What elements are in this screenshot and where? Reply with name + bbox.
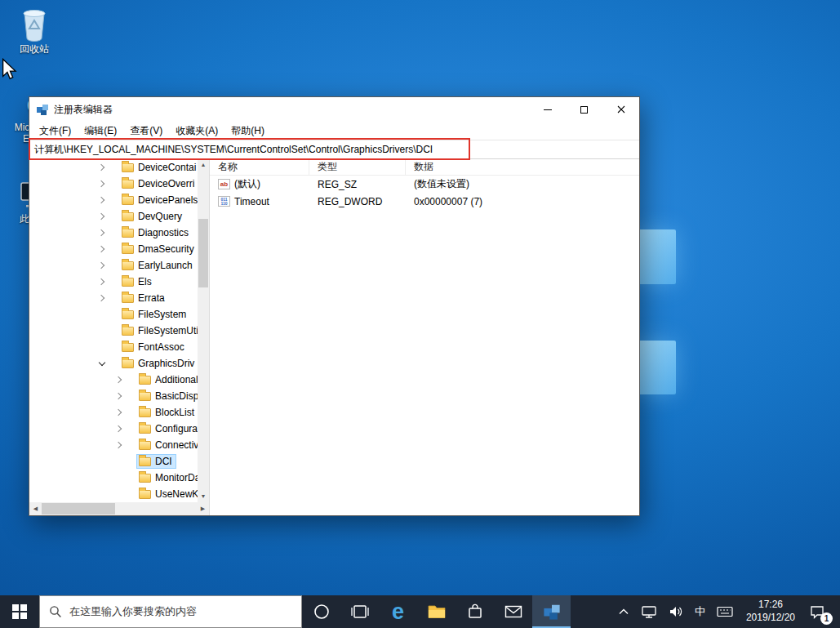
folder-icon	[122, 261, 134, 270]
chevron-right-icon[interactable]	[98, 294, 106, 302]
tree-item-connectivi[interactable]: Connectivi	[29, 437, 198, 453]
tree-item-errata[interactable]: Errata	[29, 290, 198, 306]
taskbar-clock[interactable]: 17:26 2019/12/20	[739, 595, 802, 628]
folder-icon	[139, 441, 151, 450]
tray-volume-button[interactable]	[663, 595, 689, 628]
tray-network-button[interactable]	[635, 595, 663, 628]
taskbar-file-explorer-button[interactable]	[417, 595, 456, 628]
recycle-bin-icon	[16, 7, 52, 42]
tray-ime-button[interactable]: 中	[689, 595, 711, 628]
tree-item-label: FileSystemUti	[138, 325, 198, 336]
mouse-cursor	[1, 58, 17, 84]
action-center-button[interactable]: 1	[802, 595, 837, 628]
tree-item-usenewke[interactable]: UseNewKe	[29, 486, 198, 502]
tree-item-devquery[interactable]: DevQuery	[29, 208, 198, 225]
minimize-button[interactable]	[529, 97, 566, 122]
taskbar-search-box[interactable]: 在这里输入你要搜索的内容	[39, 595, 302, 628]
taskbar-task-view-button[interactable]	[340, 595, 379, 628]
tree-item-diagnostics[interactable]: Diagnostics	[29, 225, 198, 241]
desktop-icon-label: 回收站	[7, 44, 62, 56]
menu-view[interactable]: 查看(V)	[123, 122, 169, 140]
tree-item-deviceoverri[interactable]: DeviceOverri	[29, 176, 198, 192]
tree-item-devicecontai[interactable]: DeviceContai	[29, 159, 198, 176]
scroll-left-icon[interactable]: ◀	[29, 506, 42, 512]
tree-item-els[interactable]: Els	[29, 274, 198, 290]
chevron-right-icon[interactable]	[98, 278, 106, 286]
folder-icon	[122, 229, 134, 238]
column-header-type[interactable]: 类型	[309, 159, 406, 175]
folder-icon	[122, 212, 134, 221]
chevron-right-icon[interactable]	[98, 245, 106, 253]
scrollbar-thumb[interactable]	[42, 503, 115, 514]
tree-item-dmasecurity[interactable]: DmaSecurity	[29, 241, 198, 257]
folder-icon	[139, 474, 151, 483]
close-button[interactable]	[602, 97, 639, 122]
tree-item-additional[interactable]: Additional	[29, 372, 198, 388]
tree-item-devicepanels[interactable]: DevicePanels	[29, 192, 198, 208]
value-list-pane: 名称 类型 数据 (默认)REG_SZ(数值未设置)TimeoutREG_DWO…	[210, 159, 639, 515]
tray-touch-keyboard-button[interactable]	[711, 595, 739, 628]
window-title: 注册表编辑器	[54, 103, 113, 117]
taskbar-mail-button[interactable]	[494, 595, 532, 628]
file-explorer-icon	[427, 604, 447, 620]
scrollbar-thumb[interactable]	[198, 219, 208, 287]
tree-item-filesystemuti[interactable]: FileSystemUti	[29, 323, 198, 339]
value-row-(默认)[interactable]: (默认)REG_SZ(数值未设置)	[210, 176, 639, 193]
start-button[interactable]	[0, 595, 39, 628]
search-icon	[49, 605, 62, 618]
tree-vertical-scrollbar[interactable]: ▲ ▼	[198, 159, 209, 502]
menu-favorites[interactable]: 收藏夹(A)	[169, 122, 224, 140]
tree-item-label: Connectivi	[155, 439, 198, 451]
taskbar-store-button[interactable]	[456, 595, 494, 628]
tree-item-dci[interactable]: DCI	[29, 453, 198, 470]
tree-item-configurat[interactable]: Configurat	[29, 421, 198, 437]
tray-expand-button[interactable]	[612, 595, 635, 628]
desktop-icon-recycle-bin[interactable]: 回收站	[7, 7, 62, 56]
menu-file[interactable]: 文件(F)	[33, 122, 78, 140]
close-icon	[617, 105, 625, 114]
chevron-spacer	[115, 457, 123, 465]
chevron-right-icon[interactable]	[115, 408, 123, 416]
taskbar-edge-button[interactable]: e	[379, 595, 417, 628]
value-name: Timeout	[234, 196, 269, 207]
chevron-right-icon[interactable]	[98, 196, 106, 204]
chevron-right-icon[interactable]	[98, 180, 106, 188]
chevron-right-icon[interactable]	[98, 212, 106, 220]
menu-help[interactable]: 帮助(H)	[224, 122, 271, 140]
maximize-icon	[580, 106, 588, 114]
tree-item-label: Els	[138, 276, 152, 287]
tree-item-label: DevicePanels	[138, 194, 198, 206]
column-header-data[interactable]: 数据	[406, 159, 639, 175]
taskbar-regedit-button[interactable]	[532, 595, 571, 628]
tree-item-blocklist[interactable]: BlockList	[29, 404, 198, 421]
maximize-button[interactable]	[566, 97, 602, 122]
tree-item-earlylaunch[interactable]: EarlyLaunch	[29, 257, 198, 274]
tree-item-monitorda[interactable]: MonitorDa	[29, 470, 198, 486]
scroll-up-icon[interactable]: ▲	[198, 159, 209, 171]
chevron-right-icon[interactable]	[98, 229, 106, 237]
chevron-right-icon[interactable]	[98, 261, 106, 269]
chevron-down-icon[interactable]	[98, 359, 106, 367]
chevron-right-icon[interactable]	[115, 425, 123, 433]
chevron-right-icon[interactable]	[98, 163, 106, 171]
taskbar-cortana-button[interactable]	[302, 595, 340, 628]
tree-item-fontassoc[interactable]: FontAssoc	[29, 339, 198, 355]
chevron-right-icon[interactable]	[115, 392, 123, 400]
edge-icon: e	[392, 601, 404, 623]
column-header-name[interactable]: 名称	[210, 159, 309, 175]
value-list-header: 名称 类型 数据	[210, 159, 639, 176]
chevron-right-icon[interactable]	[115, 441, 123, 449]
scroll-down-icon[interactable]: ▼	[198, 491, 209, 502]
chevron-right-icon[interactable]	[115, 376, 123, 384]
value-row-Timeout[interactable]: TimeoutREG_DWORD0x00000007 (7)	[210, 193, 639, 210]
task-view-icon	[350, 604, 370, 620]
folder-icon	[122, 278, 134, 287]
tree-horizontal-scrollbar[interactable]: ◀ ▶	[29, 502, 209, 515]
tree-item-basicdispl[interactable]: BasicDispl	[29, 388, 198, 404]
tree-item-filesystem[interactable]: FileSystem	[29, 306, 198, 323]
scroll-right-icon[interactable]: ▶	[197, 506, 209, 512]
tree-item-graphicsdriv[interactable]: GraphicsDriv	[29, 355, 198, 372]
address-bar[interactable]: 计算机\HKEY_LOCAL_MACHINE\SYSTEM\CurrentCon…	[29, 140, 639, 159]
keyboard-icon	[717, 606, 733, 617]
menu-edit[interactable]: 编辑(E)	[78, 122, 123, 140]
